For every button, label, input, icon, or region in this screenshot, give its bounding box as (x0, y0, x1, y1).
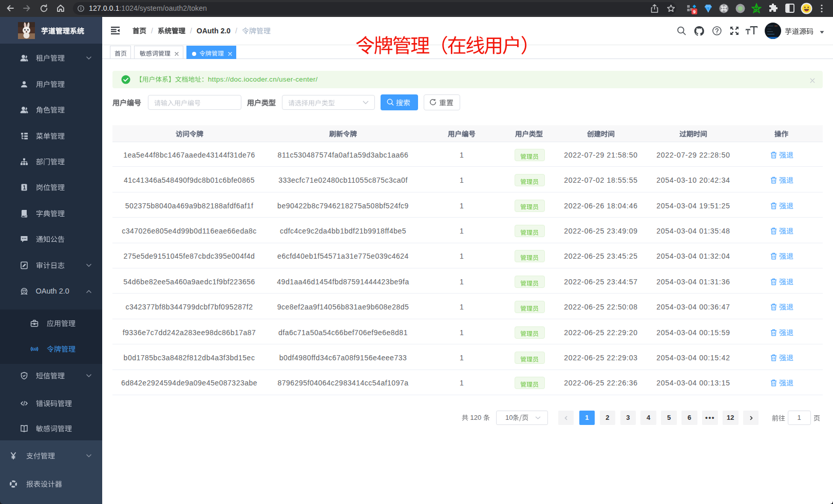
svg-text:9: 9 (693, 9, 695, 14)
svg-text:a: a (33, 346, 35, 352)
